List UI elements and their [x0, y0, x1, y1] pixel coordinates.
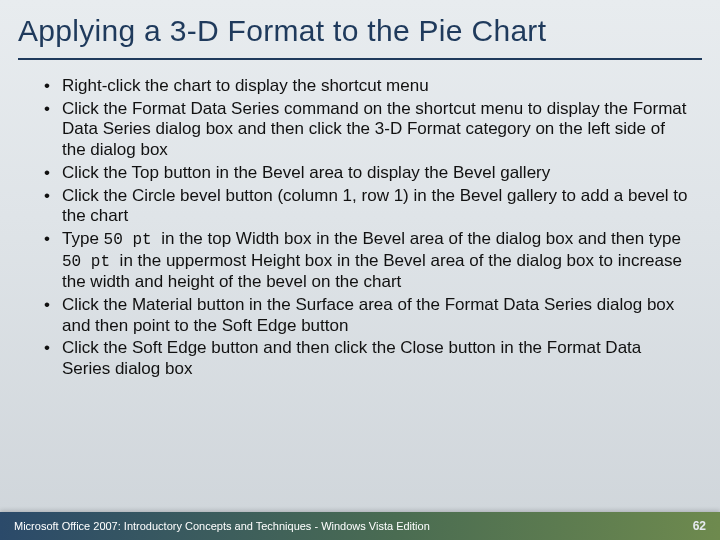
list-item: Click the Material button in the Surface…	[44, 295, 690, 336]
bullet-text: Type	[62, 229, 104, 248]
list-item: Right-click the chart to display the sho…	[44, 76, 690, 97]
slide-title: Applying a 3-D Format to the Pie Chart	[18, 14, 702, 60]
page-number: 62	[683, 512, 706, 540]
footer-text: Microsoft Office 2007: Introductory Conc…	[14, 512, 430, 540]
bullet-list: Right-click the chart to display the sho…	[30, 76, 690, 380]
bullet-text: in the uppermost Height box in the Bevel…	[62, 251, 682, 292]
code-literal: 50 pt	[62, 253, 120, 271]
list-item: Click the Circle bevel button (column 1,…	[44, 186, 690, 227]
list-item: Click the Top button in the Bevel area t…	[44, 163, 690, 184]
code-literal: 50 pt	[104, 231, 162, 249]
slide-body: Right-click the chart to display the sho…	[0, 76, 720, 380]
bullet-text: Right-click the chart to display the sho…	[62, 76, 429, 95]
bullet-text: Click the Material button in the Surface…	[62, 295, 674, 335]
slide-footer: Microsoft Office 2007: Introductory Conc…	[0, 512, 720, 540]
bullet-text: Click the Format Data Series command on …	[62, 99, 687, 159]
list-item: Type 50 pt in the top Width box in the B…	[44, 229, 690, 293]
list-item: Click the Soft Edge button and then clic…	[44, 338, 690, 379]
bullet-text: Click the Circle bevel button (column 1,…	[62, 186, 688, 226]
bullet-text: in the top Width box in the Bevel area o…	[161, 229, 681, 248]
bullet-text: Click the Top button in the Bevel area t…	[62, 163, 550, 182]
list-item: Click the Format Data Series command on …	[44, 99, 690, 161]
bullet-text: Click the Soft Edge button and then clic…	[62, 338, 641, 378]
